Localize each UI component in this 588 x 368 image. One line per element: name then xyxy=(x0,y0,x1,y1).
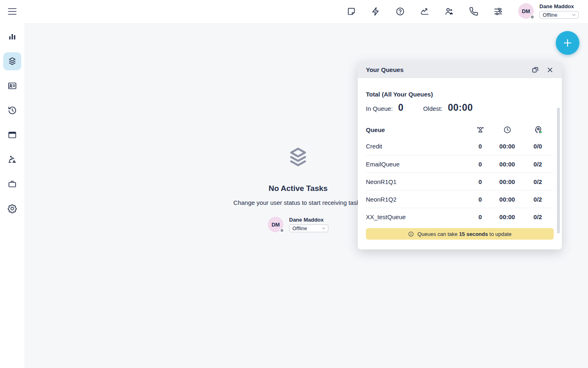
sidebar-item-settings[interactable] xyxy=(3,200,21,218)
group-icon xyxy=(468,126,492,134)
queue-agents: 0/2 xyxy=(522,196,554,203)
table-header-row: Queue xyxy=(366,122,554,137)
window-icon xyxy=(7,130,17,140)
table-row: NeonR1Q2 0 00:00 0/2 xyxy=(366,190,554,208)
clock-icon xyxy=(492,126,522,134)
popout-icon[interactable] xyxy=(531,65,541,75)
queue-agents: 0/2 xyxy=(522,161,554,168)
layers-icon xyxy=(286,146,310,169)
update-info-banner: Queues can take 15 seconds to update xyxy=(366,228,554,240)
queue-column-header: Queue xyxy=(366,126,468,133)
zap-icon[interactable] xyxy=(371,7,381,16)
sidebar-item-dashboard[interactable] xyxy=(3,28,21,46)
contact-card-icon xyxy=(7,81,17,91)
queue-oldest: 00:00 xyxy=(492,143,522,150)
table-row: EmailQueue 0 00:00 0/2 xyxy=(366,155,554,173)
queue-name: XX_testQueue xyxy=(366,213,468,220)
briefcase-icon xyxy=(7,179,17,189)
table-row: NeonR1Q1 0 00:00 0/2 xyxy=(366,173,554,190)
topbar-user-cluster: DM Dane Maddox Offline xyxy=(518,3,579,19)
oldest-value: 00:00 xyxy=(448,102,473,113)
add-task-button[interactable] xyxy=(556,31,579,55)
sidebar-item-builder[interactable] xyxy=(3,150,21,168)
panel-header: Your Queues xyxy=(358,61,562,78)
queue-name: NeonR1Q1 xyxy=(366,178,468,185)
queue-oldest: 00:00 xyxy=(492,178,522,185)
avatar[interactable]: DM xyxy=(518,3,534,19)
your-queues-panel: Your Queues Total (All Your Queues) In Q… xyxy=(358,61,562,249)
note-icon[interactable] xyxy=(346,7,356,16)
agent-availability-icon xyxy=(522,125,554,134)
sidebar xyxy=(0,23,24,368)
status-select[interactable]: Offline xyxy=(539,11,579,19)
status-select[interactable]: Offline xyxy=(289,224,328,232)
table-row: Credit 0 00:00 0/0 xyxy=(366,137,554,155)
queue-in-queue: 0 xyxy=(468,178,492,185)
menu-icon[interactable] xyxy=(7,7,17,16)
panel-title: Your Queues xyxy=(366,66,526,73)
oldest-label: Oldest: xyxy=(423,105,443,112)
queue-in-queue: 0 xyxy=(468,161,492,168)
sliders-icon[interactable] xyxy=(493,7,503,16)
topbar-icon-group xyxy=(346,7,503,16)
status-value: Offline xyxy=(543,12,557,18)
in-queue-label: In Queue: xyxy=(366,105,393,112)
scrollbar-thumb[interactable] xyxy=(557,108,560,233)
presence-dot xyxy=(280,228,284,233)
sidebar-item-contacts[interactable] xyxy=(3,77,21,95)
user-name: Dane Maddox xyxy=(289,217,328,223)
queue-agents: 0/2 xyxy=(522,213,554,220)
queue-oldest: 00:00 xyxy=(492,196,522,203)
queues-table: Queue Credit 0 00:00 0/0 xyxy=(366,122,554,225)
history-icon xyxy=(7,105,17,115)
builder-icon xyxy=(7,155,17,164)
queue-agents: 0/2 xyxy=(522,178,554,185)
in-queue-value: 0 xyxy=(398,102,403,113)
queue-oldest: 00:00 xyxy=(492,213,522,220)
phone-icon[interactable] xyxy=(469,7,479,16)
avatar-initials: DM xyxy=(272,222,280,228)
top-bar: DM Dane Maddox Offline xyxy=(0,0,588,23)
presence-dot xyxy=(530,15,535,19)
chevron-down-icon xyxy=(321,226,326,231)
info-icon xyxy=(408,231,414,237)
queue-agents: 0/0 xyxy=(522,143,554,150)
queue-in-queue: 0 xyxy=(468,213,492,220)
plus-icon xyxy=(562,38,573,48)
avatar: DM xyxy=(268,217,283,232)
table-row: XX_testQueue 0 00:00 0/2 xyxy=(366,208,554,225)
queue-in-queue: 0 xyxy=(468,196,492,203)
status-value: Offline xyxy=(292,226,307,231)
close-icon[interactable] xyxy=(546,65,555,75)
sidebar-item-briefcase[interactable] xyxy=(3,175,21,193)
totals-row: In Queue: 0 Oldest: 00:00 xyxy=(366,102,554,113)
user-name: Dane Maddox xyxy=(539,3,579,9)
banner-text: Queues can take 15 seconds to update xyxy=(417,231,512,237)
sidebar-item-history[interactable] xyxy=(3,101,21,119)
analytics-icon[interactable] xyxy=(420,7,430,16)
queue-name: EmailQueue xyxy=(366,161,468,168)
avatar-initials: DM xyxy=(522,8,530,14)
queue-name: Credit xyxy=(366,143,468,150)
queue-in-queue: 0 xyxy=(468,143,492,150)
sidebar-item-workspace[interactable] xyxy=(3,126,21,144)
total-heading: Total (All Your Queues) xyxy=(366,78,554,98)
queue-name: NeonR1Q2 xyxy=(366,196,468,203)
sidebar-item-tasks[interactable] xyxy=(3,52,21,70)
help-icon[interactable] xyxy=(395,7,405,16)
settings-icon xyxy=(7,204,17,213)
bar-chart-icon xyxy=(7,32,17,42)
chevron-down-icon xyxy=(572,13,576,17)
layers-icon xyxy=(7,56,17,66)
main-content: No Active Tasks Change your user status … xyxy=(24,23,588,368)
queue-oldest: 00:00 xyxy=(492,161,522,168)
contacts-icon[interactable] xyxy=(444,7,454,16)
